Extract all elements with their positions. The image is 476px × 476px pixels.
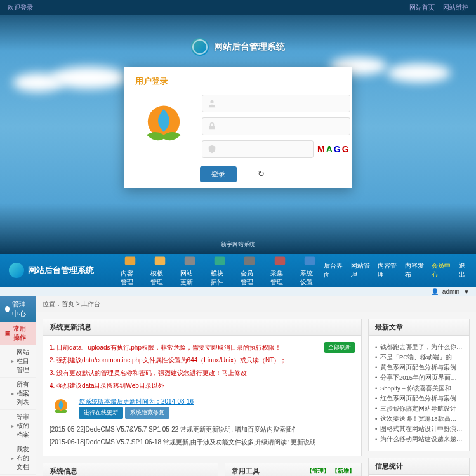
toolbar-module[interactable]: 模块插件 — [206, 251, 234, 289]
hide-fix-button[interactable]: 系统隐藏修复 — [125, 407, 169, 419]
svg-rect-4 — [155, 257, 166, 265]
system-title-text: 网站后台管理系统 — [214, 41, 285, 53]
update-panel: 系统更新消息 全部刷新 1. 目前data、uploads有执行.php权限，非… — [43, 319, 362, 456]
svg-rect-5 — [185, 257, 195, 265]
toolbar-printer[interactable]: 网站更新 — [175, 251, 204, 289]
link-maintain[interactable]: 网站维护 — [443, 4, 468, 11]
login-footer: 新宇网站系统 — [221, 241, 255, 249]
toolbar-collect[interactable]: 采集管理 — [265, 251, 294, 289]
refresh-all-button[interactable]: 全部刷新 — [324, 342, 355, 353]
check-update-button[interactable]: 进行在线更新 — [79, 407, 123, 419]
tools-title: 常用工具 — [232, 466, 260, 476]
articles-title: 最新文章 — [375, 322, 403, 332]
tools-panel: 常用工具 【管理】【新增】 文档库评论管理内容发布栏目管理会员参数 — [225, 463, 362, 476]
sidebar-category[interactable]: 常用操作 — [0, 322, 36, 345]
printer-icon — [183, 254, 197, 268]
svg-rect-6 — [215, 257, 225, 265]
module-icon — [213, 254, 227, 268]
toolbar: 内容管理模板管理网站更新模块插件会员管理采集管理系统设置 — [116, 251, 324, 289]
username-field[interactable] — [202, 95, 350, 112]
stats-panel: 信息统计 ° 会员数：1° 文档数：31° 普通文章：31° 评论数：0 — [368, 458, 470, 476]
sidebar-item[interactable]: 我发布的文档 — [0, 442, 36, 475]
article-item[interactable]: 不是「PC端、移动端」的网站建设才有未来 — [375, 352, 463, 362]
toolbar-folder2[interactable]: 模板管理 — [145, 251, 174, 289]
system-title: 网站后台管理系统 — [191, 38, 285, 56]
sidebar-item[interactable]: 等审核的档案 — [0, 410, 36, 442]
admin-nav: 后台界面网站管理内容管理内容发布会员中心退出 — [324, 261, 476, 279]
username-input[interactable] — [220, 100, 345, 107]
svg-rect-3 — [124, 257, 135, 265]
tools-icon — [303, 254, 317, 268]
article-item[interactable]: 为什么移动网站建设越来越得市场的欢迎 — [375, 434, 463, 444]
svg-point-1 — [210, 100, 213, 103]
warning-message: 3. 没有更改默认的管理员名称和密码，强烈建议您进行更改！马上修改 — [50, 367, 355, 378]
admin-screen: 网站后台管理系统 内容管理模板管理网站更新模块插件会员管理采集管理系统设置 后台… — [0, 254, 476, 476]
captcha-input[interactable] — [220, 145, 308, 153]
brand-logo-small — [50, 396, 72, 419]
svg-rect-9 — [305, 257, 315, 265]
svg-rect-8 — [274, 257, 285, 265]
breadcrumb: 位置：首页 > 工作台 — [36, 296, 476, 312]
warning-message: 2. 强烈建议data/common.inc.php文件属性设置为644（Lin… — [50, 355, 355, 366]
update-panel-title: 系统更新消息 — [50, 322, 91, 332]
article-item[interactable]: 这次要送哪！宽屏18款高颜值扁平风格的网站 — [375, 414, 463, 424]
shield-icon — [208, 145, 216, 154]
sidebar: 管理中心 常用操作网站栏目管理所有档案列表等审核的档案我发布的文档评论管理内容回… — [0, 296, 36, 476]
stats-title: 信息统计 — [375, 461, 403, 471]
captcha-image[interactable]: MAGG — [317, 144, 350, 155]
login-button[interactable]: 登录 — [200, 166, 237, 182]
admin-logo: 网站后台管理系统 — [0, 263, 103, 278]
globe-icon — [191, 38, 209, 56]
main-area: 位置：首页 > 工作台 系统更新消息 全部刷新 1. 目前data、upload… — [36, 296, 476, 476]
svg-rect-7 — [244, 257, 255, 265]
manage-link[interactable]: 【管理】 — [307, 468, 329, 474]
user-icon — [242, 254, 256, 268]
article-item[interactable]: 图格式其在网站设计中扮演什么重要角色？ — [375, 424, 463, 434]
add-link[interactable]: 【新增】 — [332, 468, 355, 474]
link-home[interactable]: 网站首页 — [409, 4, 435, 11]
sidebar-title: 管理中心 — [0, 296, 36, 322]
sysinfo-title: 系统信息 — [50, 466, 77, 476]
article-item[interactable]: Shopify – 你该喜喜美国和中国电子商务的设计 — [375, 383, 463, 393]
user-icon — [208, 99, 216, 108]
sidebar-item[interactable]: 所有档案列表 — [0, 378, 36, 410]
toolbar-folder[interactable]: 内容管理 — [116, 251, 144, 289]
nav-link[interactable]: 内容发布 — [405, 261, 424, 279]
warning-message: 4. 强烈建议data目录搬移到Web目录以外 — [50, 380, 355, 391]
nav-link[interactable]: 内容管理 — [378, 261, 397, 279]
admin-title-text: 网站后台管理系统 — [28, 265, 94, 276]
toolbar-tools[interactable]: 系统设置 — [295, 251, 324, 289]
password-input[interactable] — [220, 122, 345, 130]
brand-logo — [135, 95, 192, 158]
svg-rect-2 — [209, 126, 215, 129]
articles-panel: 最新文章 钱都跑去哪里了，为什么你的网络推广没有效果不是「PC端、移动端」的网站… — [368, 319, 470, 451]
changelog-item: [2015-05-22]DedeCMS V5.7&V5.7 SP1 05-22 … — [50, 424, 355, 435]
nav-member[interactable]: 会员中心 — [432, 261, 451, 279]
folder-icon — [123, 254, 137, 268]
article-item[interactable]: 红色系网页配色分析与案例分享 — [375, 393, 463, 404]
update-date-link[interactable]: 您系统版本最后更新时间为：2014-08-16 — [79, 398, 194, 405]
globe-icon — [9, 263, 24, 278]
captcha-field[interactable] — [202, 140, 314, 158]
login-panel: 用户登录 — [124, 67, 352, 188]
user-name: admin — [442, 288, 459, 295]
login-heading: 用户登录 — [135, 76, 341, 87]
sidebar-item[interactable]: 网站栏目管理 — [0, 345, 36, 378]
password-field[interactable] — [202, 117, 350, 135]
nav-link[interactable]: 后台界面 — [324, 261, 343, 279]
article-item[interactable]: 钱都跑去哪里了，为什么你的网络推广没有效果 — [375, 342, 463, 352]
lock-icon — [208, 122, 216, 131]
toolbar-user[interactable]: 会员管理 — [235, 251, 264, 289]
login-screen: 欢迎登录 网站首页 网站维护 网站后台管理系统 用户登录 — [0, 0, 476, 254]
warning-message: 1. 目前data、uploads有执行.php权限，非常危险，需要立即取消目录… — [50, 342, 355, 353]
article-item[interactable]: 三步帮你搞定网站导航设计 — [375, 404, 463, 414]
folder2-icon — [153, 254, 167, 268]
nav-link[interactable]: 网站管理 — [351, 261, 370, 279]
reset-button[interactable]: ↻ — [246, 166, 276, 182]
article-item[interactable]: 分享下2015年的网页界面设计趋势 — [375, 373, 463, 383]
user-dropdown-icon[interactable]: ▼ — [463, 288, 470, 295]
changelog-item: [2015-06-18]DedeCMS V5.7.SP1 06-18 常规更新,… — [50, 437, 355, 447]
login-topbar: 欢迎登录 网站首页 网站维护 — [0, 0, 476, 15]
article-item[interactable]: 黄色系网页配色分析与案例分享 — [375, 362, 463, 373]
nav-logout[interactable]: 退出 — [459, 261, 468, 279]
